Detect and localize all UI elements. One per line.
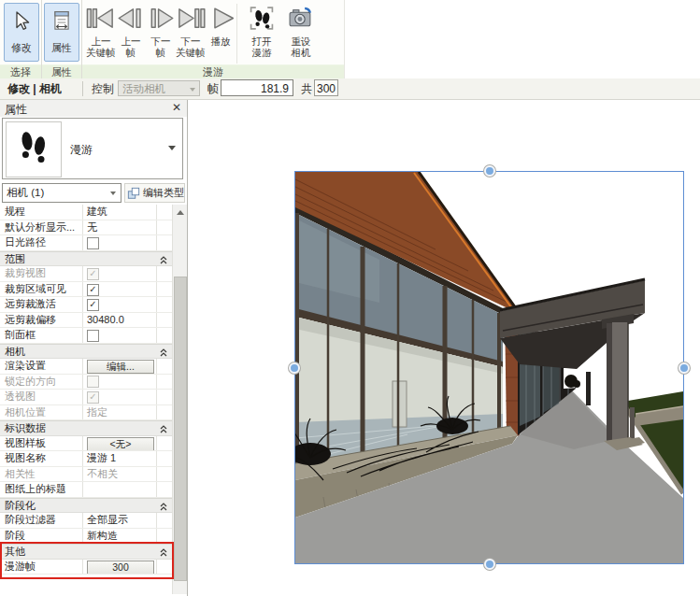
property-row: 裁剪区域可见✓ bbox=[0, 282, 172, 298]
button-label: 播放 bbox=[211, 35, 231, 47]
property-value[interactable] bbox=[82, 328, 156, 343]
instance-selector-value: 相机 (1) bbox=[7, 187, 44, 198]
open-walkthrough-button[interactable]: 打开漫游 bbox=[243, 6, 280, 58]
scrollbar-thumb[interactable] bbox=[174, 277, 187, 581]
row-filler bbox=[156, 467, 172, 482]
group-label-select: 选择 bbox=[0, 65, 41, 78]
section-pin-icon[interactable] bbox=[160, 345, 167, 359]
section-label: 阶段化 bbox=[5, 499, 36, 513]
walkthrough-viewport[interactable] bbox=[294, 171, 684, 564]
checkbox[interactable]: ✓ bbox=[87, 284, 99, 296]
row-filler bbox=[156, 451, 172, 466]
property-row: 远剪裁偏移30480.0 bbox=[0, 313, 172, 329]
value-button[interactable]: <无> bbox=[87, 437, 154, 451]
property-name: 裁剪视图 bbox=[0, 266, 82, 281]
crop-handle-left[interactable] bbox=[289, 362, 300, 374]
section-pin-icon[interactable] bbox=[160, 499, 167, 513]
checkbox[interactable]: ✓ bbox=[87, 299, 99, 311]
property-name: 视图样板 bbox=[0, 436, 82, 451]
next-keyframe-button[interactable]: 下一关键帧 bbox=[176, 6, 206, 58]
prev-frame-button[interactable]: 上一帧 bbox=[116, 6, 146, 58]
section-row[interactable]: 标识数据 bbox=[0, 420, 172, 436]
properties-button-label: 属性 bbox=[51, 41, 72, 55]
edit-type-button[interactable]: 编辑类型 bbox=[124, 183, 185, 203]
button-label: 上一关键帧 bbox=[86, 35, 116, 58]
crop-handle-top[interactable] bbox=[484, 165, 495, 177]
walkthrough-footprints-icon bbox=[6, 121, 62, 177]
property-name: 剖面框 bbox=[0, 328, 82, 343]
section-label: 相机 bbox=[5, 345, 25, 359]
section-row[interactable]: 相机 bbox=[0, 344, 172, 360]
property-value[interactable]: 新构造 bbox=[82, 529, 156, 544]
drawing-canvas[interactable] bbox=[189, 100, 700, 596]
property-name: 视图名称 bbox=[0, 451, 82, 466]
property-name: 图纸上的标题 bbox=[0, 482, 82, 497]
property-value[interactable]: 漫游 1 bbox=[82, 451, 156, 466]
row-filler bbox=[156, 220, 172, 235]
checkbox: ✓ bbox=[87, 391, 99, 404]
value-button[interactable]: 编辑... bbox=[87, 360, 154, 374]
property-value: 不相关 bbox=[82, 467, 156, 482]
row-filler bbox=[156, 529, 172, 544]
section-pin-icon[interactable] bbox=[160, 252, 167, 266]
property-value[interactable]: 全部显示 bbox=[82, 513, 156, 528]
checkbox[interactable] bbox=[87, 330, 99, 342]
instance-row: 相机 (1) 编辑类型 bbox=[0, 182, 187, 205]
section-row[interactable]: 阶段化 bbox=[0, 498, 172, 514]
property-row: 规程建筑 bbox=[0, 205, 172, 220]
property-value[interactable]: 无 bbox=[82, 220, 156, 235]
property-name: 阶段 bbox=[0, 529, 82, 544]
modify-button[interactable]: 修改 bbox=[4, 3, 39, 62]
properties-button[interactable]: 属性 bbox=[44, 3, 79, 62]
checkbox[interactable] bbox=[87, 237, 99, 249]
property-value[interactable]: 300 bbox=[82, 560, 156, 575]
instance-selector-dropdown[interactable]: 相机 (1) bbox=[2, 183, 121, 203]
property-value[interactable]: ✓ bbox=[82, 282, 156, 297]
row-filler bbox=[156, 513, 172, 528]
button-label: 重设相机 bbox=[292, 35, 311, 58]
reset-camera-button[interactable]: 重设相机 bbox=[282, 6, 320, 58]
property-value[interactable] bbox=[82, 482, 156, 497]
section-row[interactable]: 范围 bbox=[0, 251, 172, 267]
property-name: 阶段过滤器 bbox=[0, 513, 82, 528]
type-selector-dropdown-icon[interactable] bbox=[168, 146, 176, 150]
row-filler bbox=[156, 436, 172, 451]
properties-panel: 属性 ✕ 漫游 相机 (1) 编辑类型 规程建筑默认分析显示...无日光路径范围… bbox=[0, 100, 188, 596]
scrollbar[interactable] bbox=[172, 205, 187, 594]
properties-panel-header: 属性 ✕ bbox=[0, 100, 187, 117]
property-row: 锁定的方向 bbox=[0, 375, 172, 390]
property-value[interactable]: ✓ bbox=[82, 297, 156, 312]
row-filler bbox=[156, 205, 172, 220]
type-selector[interactable]: 漫游 bbox=[2, 118, 183, 179]
play-button[interactable]: 播放 bbox=[206, 6, 236, 47]
crop-handle-bottom[interactable] bbox=[484, 559, 495, 570]
row-filler bbox=[156, 297, 172, 312]
property-value[interactable]: 建筑 bbox=[82, 205, 156, 220]
frame-input[interactable]: 181.9 bbox=[221, 79, 293, 96]
property-value[interactable]: 30480.0 bbox=[82, 313, 156, 328]
next-frame-button[interactable]: 下一帧 bbox=[146, 6, 176, 58]
property-row: 相机位置指定 bbox=[0, 405, 172, 421]
section-pin-icon[interactable] bbox=[160, 421, 167, 435]
property-row: 图纸上的标题 bbox=[0, 482, 172, 498]
property-value[interactable]: <无> bbox=[82, 436, 156, 451]
property-name: 远剪裁激活 bbox=[0, 297, 82, 312]
property-row: 漫游帧300 bbox=[0, 560, 172, 575]
value-button[interactable]: 300 bbox=[87, 561, 154, 575]
crop-handle-right[interactable] bbox=[679, 362, 690, 374]
section-label: 其他 bbox=[5, 545, 25, 559]
total-frames-box[interactable]: 300 bbox=[314, 79, 338, 96]
property-row: 默认分析显示...无 bbox=[0, 220, 172, 236]
section-pin-icon[interactable] bbox=[160, 545, 167, 559]
active-camera-dropdown[interactable]: 活动相机 bbox=[118, 80, 200, 96]
scrollbar-up-icon[interactable] bbox=[177, 210, 184, 215]
property-value[interactable]: 编辑... bbox=[82, 359, 156, 374]
property-value[interactable] bbox=[82, 235, 156, 250]
prev-keyframe-button[interactable]: 上一关键帧 bbox=[86, 6, 116, 58]
property-row: 裁剪视图✓ bbox=[0, 266, 172, 282]
properties-panel-title: 属性 bbox=[5, 102, 27, 118]
property-name: 日光路径 bbox=[0, 235, 82, 250]
group-label-walkthrough: 漫游 bbox=[82, 65, 344, 78]
close-icon[interactable]: ✕ bbox=[172, 101, 181, 114]
section-row[interactable]: 其他 bbox=[0, 544, 172, 560]
